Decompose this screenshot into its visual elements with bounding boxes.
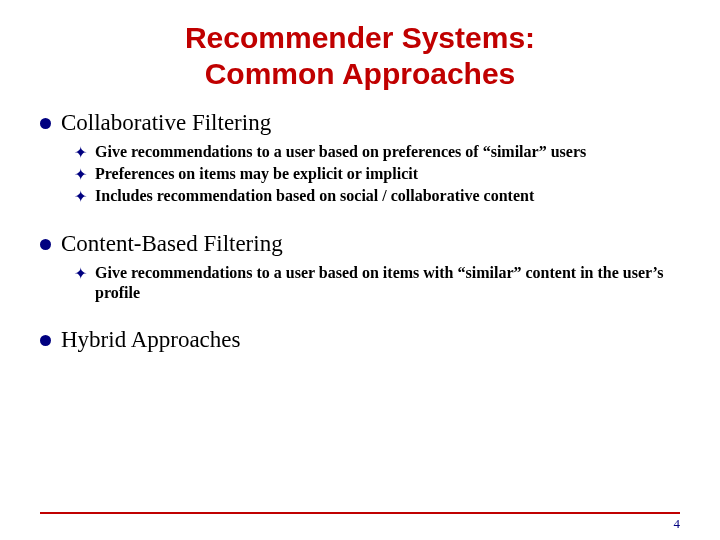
item-text: Give recommendations to a user based on … bbox=[95, 142, 586, 162]
section-content-based: Content-Based Filtering ✦ Give recommend… bbox=[40, 231, 680, 303]
bullet-dot-icon bbox=[40, 239, 51, 250]
slide-title: Recommender Systems: Common Approaches bbox=[40, 20, 680, 92]
section-collaborative: Collaborative Filtering ✦ Give recommend… bbox=[40, 110, 680, 207]
section-heading-row: Content-Based Filtering bbox=[40, 231, 680, 257]
section-heading: Content-Based Filtering bbox=[61, 231, 283, 257]
sub-bullet-icon: ✦ bbox=[74, 143, 87, 163]
sub-list: ✦ Give recommendations to a user based o… bbox=[40, 263, 680, 303]
item-text: Give recommendations to a user based on … bbox=[95, 263, 680, 303]
bullet-dot-icon bbox=[40, 335, 51, 346]
title-line-2: Common Approaches bbox=[205, 57, 516, 90]
section-heading-row: Hybrid Approaches bbox=[40, 327, 680, 353]
sub-bullet-icon: ✦ bbox=[74, 187, 87, 207]
list-item: ✦ Give recommendations to a user based o… bbox=[74, 142, 680, 163]
item-text: Preferences on items may be explicit or … bbox=[95, 164, 418, 184]
section-heading: Collaborative Filtering bbox=[61, 110, 271, 136]
footer bbox=[40, 512, 680, 514]
list-item: ✦ Preferences on items may be explicit o… bbox=[74, 164, 680, 185]
section-heading: Hybrid Approaches bbox=[61, 327, 241, 353]
footer-rule bbox=[40, 512, 680, 514]
section-hybrid: Hybrid Approaches bbox=[40, 327, 680, 353]
sub-bullet-icon: ✦ bbox=[74, 165, 87, 185]
sub-bullet-icon: ✦ bbox=[74, 264, 87, 284]
content-list: Collaborative Filtering ✦ Give recommend… bbox=[40, 110, 680, 353]
section-heading-row: Collaborative Filtering bbox=[40, 110, 680, 136]
list-item: ✦ Includes recommendation based on socia… bbox=[74, 186, 680, 207]
list-item: ✦ Give recommendations to a user based o… bbox=[74, 263, 680, 303]
page-number: 4 bbox=[674, 516, 681, 532]
slide: Recommender Systems: Common Approaches C… bbox=[0, 0, 720, 540]
item-text: Includes recommendation based on social … bbox=[95, 186, 534, 206]
sub-list: ✦ Give recommendations to a user based o… bbox=[40, 142, 680, 207]
title-line-1: Recommender Systems: bbox=[185, 21, 535, 54]
bullet-dot-icon bbox=[40, 118, 51, 129]
